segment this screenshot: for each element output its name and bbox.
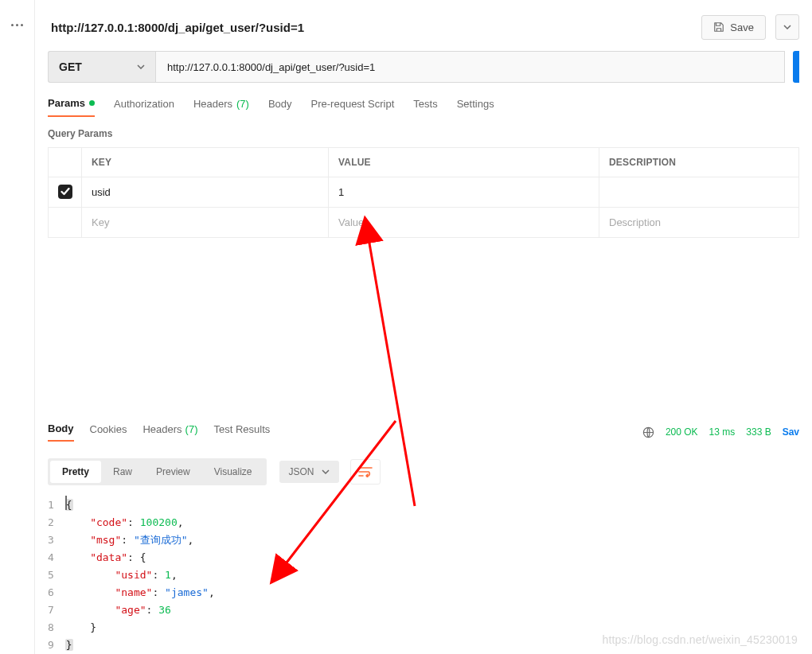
chevron-down-icon [783, 25, 791, 29]
send-button[interactable] [793, 51, 799, 83]
headers-count: (7) [236, 98, 249, 110]
method-label: GET [59, 60, 82, 73]
table-header-row: KEY VALUE DESCRIPTION [49, 148, 799, 177]
row-value-placeholder[interactable]: Value [329, 208, 599, 237]
params-table: KEY VALUE DESCRIPTION usid 1 Key Value D… [48, 147, 799, 238]
save-icon [713, 21, 724, 33]
view-controls: Pretty Raw Preview Visualize JSON [48, 458, 799, 485]
row-checkbox-empty[interactable] [49, 208, 82, 237]
save-response-link[interactable]: Sav [783, 426, 799, 438]
url-input[interactable] [155, 51, 785, 83]
row-checkbox[interactable] [49, 177, 82, 207]
response-time: 13 ms [709, 426, 736, 438]
request-title: http://127.0.0.1:8000/dj_api/get_user/?u… [51, 21, 692, 34]
table-row-new: Key Value Description [49, 208, 799, 237]
table-row: usid 1 [49, 177, 799, 208]
response-meta: 200 OK 13 ms 333 B Sav [642, 426, 799, 438]
table-header-key: KEY [82, 148, 329, 177]
response-size: 333 B [746, 426, 771, 438]
tab-settings[interactable]: Settings [457, 97, 494, 117]
cursor [65, 496, 67, 510]
resp-msg: 查询成功 [140, 534, 182, 546]
request-row: GET [48, 51, 799, 83]
mode-visualize[interactable]: Visualize [202, 461, 264, 483]
mode-raw[interactable]: Raw [101, 461, 144, 483]
main-panel: http://127.0.0.1:8000/dj_api/get_user/?u… [35, 0, 812, 654]
request-tabs: Params Authorization Headers (7) Body Pr… [48, 97, 799, 117]
save-dropdown[interactable] [775, 14, 799, 40]
resp-tab-body[interactable]: Body [48, 422, 74, 442]
wrap-icon [358, 466, 373, 477]
checkbox-checked-icon [58, 185, 72, 199]
row-desc-placeholder[interactable]: Description [599, 208, 799, 237]
mode-pretty[interactable]: Pretty [50, 461, 101, 483]
chevron-down-icon [322, 469, 330, 474]
resp-age: 36 [158, 604, 171, 616]
top-bar: http://127.0.0.1:8000/dj_api/get_user/?u… [35, 0, 812, 51]
body-mode-tabs: Pretty Raw Preview Visualize [48, 458, 267, 485]
row-value[interactable]: 1 [329, 177, 599, 207]
active-dot-icon [89, 100, 95, 106]
resp-tab-tests[interactable]: Test Results [214, 423, 271, 441]
row-desc[interactable] [599, 177, 799, 207]
save-label: Save [730, 21, 754, 33]
response-body[interactable]: 123456789 { "code": 100200, "msg": "查询成功… [48, 496, 799, 654]
resp-code: 100200 [140, 516, 178, 528]
chevron-down-icon [137, 64, 145, 69]
globe-icon[interactable] [642, 426, 654, 438]
lang-label: JSON [289, 466, 314, 477]
response-tabs: Body Cookies Headers (7) Test Results 20… [48, 418, 799, 446]
table-header-desc: DESCRIPTION [599, 148, 799, 177]
save-button[interactable]: Save [701, 15, 766, 40]
resp-tab-headers[interactable]: Headers (7) [142, 423, 197, 441]
watermark: https://blog.csdn.net/weixin_45230019 [602, 633, 798, 646]
resp-headers-count: (7) [185, 423, 198, 435]
status-code: 200 OK [666, 426, 698, 438]
resp-name: james [171, 586, 202, 598]
code-content: { "code": 100200, "msg": "查询成功", "data":… [65, 496, 215, 654]
method-select[interactable]: GET [48, 51, 155, 83]
tab-prerequest[interactable]: Pre-request Script [311, 97, 395, 117]
query-params-label: Query Params [48, 128, 799, 139]
meatballs-icon[interactable] [11, 24, 23, 26]
resp-tab-cookies[interactable]: Cookies [90, 423, 127, 441]
tab-params[interactable]: Params [48, 97, 95, 117]
tab-headers-label: Headers [193, 98, 232, 110]
wrap-toggle[interactable] [350, 459, 381, 485]
mode-preview[interactable]: Preview [144, 461, 202, 483]
line-gutter: 123456789 [48, 496, 65, 654]
resp-usid: 1 [165, 569, 171, 581]
tab-body[interactable]: Body [268, 97, 292, 117]
left-rail [0, 0, 35, 654]
row-key[interactable]: usid [82, 177, 329, 207]
tab-tests[interactable]: Tests [413, 97, 437, 117]
tab-headers[interactable]: Headers (7) [193, 97, 249, 117]
row-key-placeholder[interactable]: Key [82, 208, 329, 237]
tab-params-label: Params [48, 97, 85, 109]
lang-select[interactable]: JSON [279, 461, 339, 483]
resp-tab-headers-label: Headers [142, 423, 182, 435]
tab-authorization[interactable]: Authorization [114, 97, 174, 117]
table-header-value: VALUE [329, 148, 599, 177]
table-header-check [49, 148, 82, 177]
